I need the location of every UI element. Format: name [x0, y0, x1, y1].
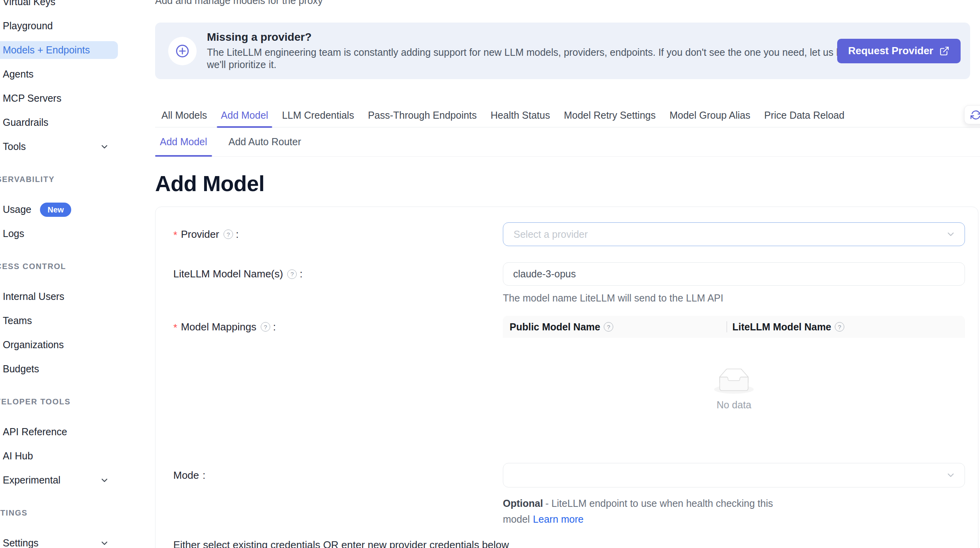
sidebar-section-observability: OBSERVABILITY: [0, 168, 119, 190]
request-provider-button[interactable]: Request Provider: [837, 39, 961, 63]
sidebar-item-budgets[interactable]: Budgets: [0, 357, 119, 381]
banner-title: Missing a provider?: [207, 31, 828, 44]
add-model-subtabs: Add Model Add Auto Router: [155, 127, 980, 157]
no-data-text: No data: [717, 399, 751, 411]
banner-description-line1: The LiteLLM engineering team is constant…: [207, 46, 828, 59]
subtab-add-model[interactable]: Add Model: [155, 127, 212, 156]
sidebar-item-mcp-servers[interactable]: MCP Servers: [0, 86, 119, 110]
sidebar-item-experimental[interactable]: Experimental: [0, 468, 119, 492]
mode-select[interactable]: [503, 463, 965, 487]
tab-add-model[interactable]: Add Model: [220, 103, 269, 127]
request-provider-label: Request Provider: [848, 45, 933, 57]
chevron-down-icon: [100, 142, 109, 152]
help-icon[interactable]: ?: [835, 322, 844, 332]
sidebar-item-label: AI Hub: [3, 450, 33, 462]
required-mark: *: [173, 322, 177, 334]
sidebar-item-label: Settings: [3, 537, 38, 548]
banner-text: Missing a provider? The LiteLLM engineer…: [207, 31, 828, 71]
plus-circle-icon: [168, 37, 197, 65]
learn-more-link[interactable]: Learn more: [533, 514, 584, 525]
chevron-down-icon: [100, 539, 109, 548]
provider-row: * Provider ? : Select a provider: [173, 222, 964, 246]
sidebar-item-models-endpoints[interactable]: Models + Endpoints: [0, 41, 118, 59]
sidebar-item-label: Playground: [3, 20, 53, 32]
sidebar-item-label: MCP Servers: [3, 93, 61, 104]
provider-select-placeholder: Select a provider: [514, 229, 588, 240]
sidebar-item-virtual-keys[interactable]: Virtual Keys: [0, 0, 119, 14]
mode-label: Mode :: [173, 463, 503, 487]
model-name-help-text: The model name LiteLLM will send to the …: [503, 292, 965, 304]
sidebar-item-label: Budgets: [3, 363, 39, 375]
chevron-down-icon: [100, 476, 109, 485]
add-model-form-card: * Provider ? : Select a provider LiteLLM…: [155, 207, 978, 548]
sidebar-item-playground[interactable]: Playground: [0, 14, 119, 38]
refresh-icon: [971, 110, 980, 120]
page-subtitle: Add and manage models for the proxy: [155, 0, 323, 6]
main-content: Add and manage models for the proxy Miss…: [155, 0, 980, 548]
tab-pass-through-endpoints[interactable]: Pass-Through Endpoints: [367, 103, 478, 127]
empty-inbox-icon: [714, 368, 754, 394]
credentials-note: Either select existing credentials OR en…: [173, 539, 964, 548]
sidebar-item-label: Usage: [3, 204, 31, 215]
sidebar-item-label: Guardrails: [3, 117, 48, 128]
sidebar-section-settings: SETTINGS: [0, 502, 119, 524]
chevron-down-icon: [946, 229, 956, 239]
help-icon[interactable]: ?: [224, 229, 233, 239]
model-name-label: LiteLLM Model Name(s) ? :: [173, 262, 503, 286]
missing-provider-banner: Missing a provider? The LiteLLM engineer…: [155, 23, 970, 79]
sidebar-item-tools[interactable]: Tools: [0, 135, 119, 159]
tab-llm-credentials[interactable]: LLM Credentials: [281, 103, 355, 127]
subtab-add-auto-router[interactable]: Add Auto Router: [224, 127, 306, 156]
external-link-icon: [939, 46, 950, 56]
provider-label: * Provider ? :: [173, 222, 503, 246]
sidebar-section-developer-tools: DEVELOPER TOOLS: [0, 391, 119, 413]
tab-model-retry-settings[interactable]: Model Retry Settings: [563, 103, 656, 127]
model-name-row: LiteLLM Model Name(s) ? : The model name…: [173, 262, 964, 304]
tab-price-data-reload[interactable]: Price Data Reload: [763, 103, 845, 127]
model-mappings-row: * Model Mappings ? : Public Model Name ?…: [173, 316, 964, 441]
tab-all-models[interactable]: All Models: [161, 103, 208, 127]
help-icon[interactable]: ?: [604, 322, 613, 332]
tab-health-status[interactable]: Health Status: [490, 103, 551, 127]
sidebar-item-settings[interactable]: Settings: [0, 531, 119, 548]
chevron-down-icon: [946, 470, 956, 480]
sidebar-section-access-control: ACCESS CONTROL: [0, 255, 119, 277]
sidebar-item-ai-hub[interactable]: AI Hub: [0, 444, 119, 468]
sidebar-item-label: Teams: [3, 315, 32, 326]
sidebar-item-label: API Reference: [3, 426, 67, 438]
mode-help-text: Optional- LiteLLM endpoint to use when h…: [503, 495, 827, 527]
provider-select[interactable]: Select a provider: [503, 222, 965, 246]
sidebar: Virtual Keys Playground Models + Endpoin…: [0, 0, 119, 548]
column-litellm-model-name: LiteLLM Model Name ?: [726, 321, 965, 333]
sidebar-item-label: Experimental: [3, 474, 61, 486]
required-mark: *: [173, 229, 177, 241]
sidebar-item-label: Models + Endpoints: [3, 44, 90, 56]
sidebar-item-guardrails[interactable]: Guardrails: [0, 110, 119, 135]
sidebar-item-organizations[interactable]: Organizations: [0, 333, 119, 357]
model-name-input[interactable]: [503, 262, 965, 286]
page-title: Add Model: [155, 171, 980, 196]
models-tabs: All Models Add Model LLM Credentials Pas…: [155, 103, 980, 127]
empty-state: No data: [503, 338, 965, 441]
model-mappings-table-header: Public Model Name ? LiteLLM Model Name ?: [503, 316, 965, 338]
model-mappings-label: * Model Mappings ? :: [173, 316, 503, 338]
sidebar-item-label: Tools: [3, 141, 26, 152]
banner-description-line2: we'll prioritize it.: [207, 59, 828, 71]
new-badge: New: [40, 203, 71, 217]
sidebar-item-teams[interactable]: Teams: [0, 309, 119, 333]
help-icon[interactable]: ?: [287, 269, 297, 279]
sidebar-item-logs[interactable]: Logs: [0, 222, 119, 246]
sidebar-item-label: Organizations: [3, 339, 64, 351]
mode-row: Mode : Optional- LiteLLM endpoint to use…: [173, 463, 964, 527]
sidebar-item-label: Agents: [3, 68, 34, 80]
sidebar-item-api-reference[interactable]: API Reference: [0, 420, 119, 444]
model-mappings-table: Public Model Name ? LiteLLM Model Name ?: [503, 316, 965, 441]
sidebar-item-usage[interactable]: Usage New: [0, 197, 119, 222]
tab-model-group-alias[interactable]: Model Group Alias: [669, 103, 751, 127]
help-icon[interactable]: ?: [261, 322, 270, 332]
sidebar-item-internal-users[interactable]: Internal Users: [0, 284, 119, 309]
sidebar-item-label: Logs: [3, 228, 24, 239]
refresh-button[interactable]: [964, 105, 980, 124]
sidebar-item-agents[interactable]: Agents: [0, 62, 119, 86]
sidebar-item-label: Virtual Keys: [3, 0, 55, 8]
